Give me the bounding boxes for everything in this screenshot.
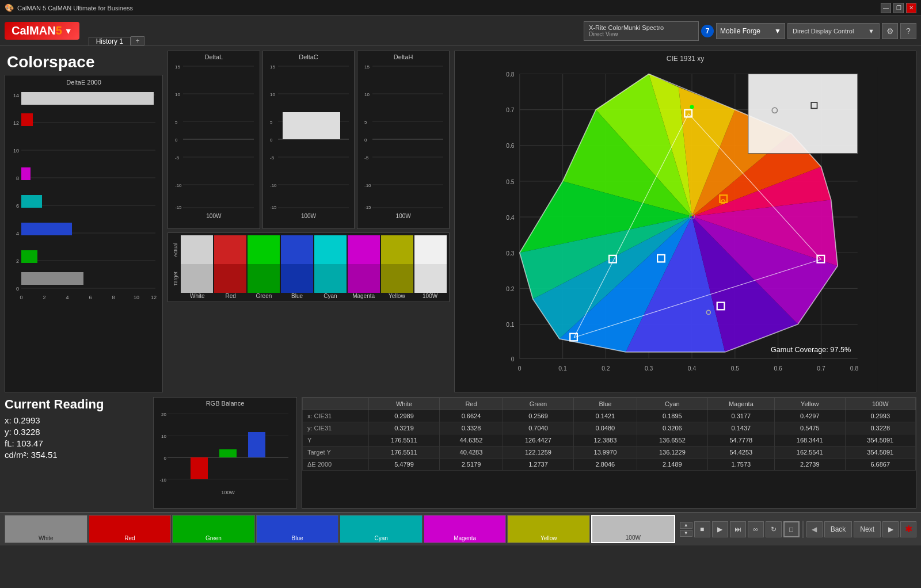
step-button[interactable]: ⏭: [730, 521, 746, 537]
bottom-swatch-white-label: White: [39, 535, 54, 541]
svg-text:2: 2: [43, 295, 45, 300]
delta-h-title: DeltaH: [360, 54, 447, 60]
dropdown-arrow: ▼: [774, 27, 781, 35]
scroll-up-button[interactable]: ▲: [680, 522, 692, 529]
tab-label: History 1: [96, 37, 123, 45]
table-header-magenta: Magenta: [707, 398, 774, 410]
svg-text:14: 14: [13, 93, 19, 98]
cell-ty-magenta: 54.4253: [707, 446, 774, 459]
next-arrow-button[interactable]: ▶: [882, 521, 899, 537]
bottom-swatch-magenta[interactable]: Magenta: [424, 515, 507, 543]
rgb-balance-title: RGB Balance: [156, 400, 294, 407]
refresh-button[interactable]: ↻: [766, 521, 782, 537]
cell-y-green: 0.7040: [503, 422, 573, 434]
swatch-red-target: [214, 264, 246, 293]
nav-controls-group: ▲ ▼: [680, 522, 692, 537]
row-label-Y: Y: [303, 434, 369, 446]
mobile-forge-dropdown[interactable]: Mobile Forge ▼: [716, 23, 785, 39]
svg-text:0.1: 0.1: [506, 322, 515, 328]
next-button[interactable]: Next: [854, 521, 881, 537]
tab-history1[interactable]: History 1: [89, 37, 131, 45]
svg-point-108: [690, 105, 694, 109]
device-sub: Direct View: [589, 31, 694, 37]
restore-button[interactable]: ❐: [893, 3, 904, 13]
tab-add-button[interactable]: +: [131, 36, 144, 45]
device-number[interactable]: 7: [701, 25, 714, 37]
svg-rect-22: [21, 272, 83, 285]
cell-de-yellow: 2.2739: [775, 459, 845, 471]
bottom-swatch-100w[interactable]: 100W: [591, 515, 675, 543]
cell-ty-red: 40.4283: [439, 446, 503, 459]
cell-y-cyan: 0.3206: [637, 422, 707, 434]
play-button[interactable]: ▶: [712, 521, 728, 537]
svg-text:0.6: 0.6: [506, 143, 515, 149]
app-icon: 🎨: [5, 3, 14, 12]
loop-button[interactable]: ∞: [748, 521, 764, 537]
cell-y-yellow: 0.5475: [775, 422, 845, 434]
swatch-name-100w: 100W: [413, 293, 447, 299]
swatch-green-actual: [248, 235, 280, 264]
settings-button[interactable]: ⚙: [882, 23, 898, 39]
table-header-blue: Blue: [573, 398, 637, 410]
swatch-white-target: [181, 264, 213, 293]
close-button[interactable]: ✕: [906, 3, 916, 13]
cell-x-green: 0.2569: [503, 410, 573, 422]
help-icon: ?: [906, 26, 911, 36]
bottom-swatch-yellow-label: Yellow: [541, 535, 557, 541]
reading-fl: fL: 103.47: [5, 438, 149, 448]
bottom-swatch-white[interactable]: White: [5, 515, 87, 543]
svg-text:0.4: 0.4: [688, 365, 697, 372]
logo-arrow: ▼: [64, 26, 73, 36]
bottom-swatch-green[interactable]: Green: [172, 515, 255, 543]
svg-text:6: 6: [16, 203, 19, 209]
svg-rect-17: [21, 113, 33, 126]
delta-h-label: 100W: [360, 213, 447, 219]
square-button[interactable]: □: [783, 521, 800, 537]
swatches-actual-row: Actual: [170, 235, 447, 264]
svg-rect-16: [21, 92, 154, 105]
svg-text:10: 10: [270, 92, 275, 97]
scroll-down-button[interactable]: ▼: [680, 530, 692, 537]
device-selector[interactable]: X-Rite ColorMunki Spectro Direct View: [584, 21, 699, 41]
bottom-swatch-red[interactable]: Red: [89, 515, 172, 543]
swatch-white-actual: [181, 235, 213, 264]
stop-button[interactable]: ■: [694, 521, 710, 537]
cell-x-yellow: 0.4297: [775, 410, 845, 422]
top-bar: CalMAN 5 ▼ History 1 + X-Rite ColorMunki…: [0, 16, 921, 46]
cell-Y-red: 44.6352: [439, 434, 503, 446]
bottom-swatch-cyan[interactable]: Cyan: [340, 515, 423, 543]
swatch-name-green: Green: [248, 293, 281, 299]
bottom-swatch-blue[interactable]: Blue: [256, 515, 339, 543]
right-toolbar: X-Rite ColorMunki Spectro Direct View 7 …: [584, 21, 921, 41]
table-row-x: x: CIE31 0.2989 0.6624 0.2569 0.1421 0.1…: [303, 410, 916, 422]
table-row-targety: Target Y 176.5511 40.4283 122.1259 13.99…: [303, 446, 916, 459]
svg-text:0.7: 0.7: [506, 107, 515, 113]
asterisk-button[interactable]: ✱: [900, 521, 916, 537]
current-reading-title: Current Reading: [5, 397, 149, 412]
svg-text:0.2: 0.2: [506, 286, 515, 292]
left-panel: Colorspace DeltaE 2000 14 12 10 8 6 4 2 …: [5, 51, 163, 392]
table-row-Y: Y 176.5511 44.6352 126.4427 12.3883 136.…: [303, 434, 916, 446]
svg-text:-10: -10: [175, 183, 182, 188]
swatch-100w-target: [414, 264, 447, 293]
swatch-blue-actual: [281, 235, 313, 264]
delta-c-label: 100W: [265, 213, 352, 219]
middle-panel: DeltaL 15 10 5 0 -5 -10 -15: [168, 51, 450, 392]
cie-svg: 0.8 0.7 0.6 0.5 0.4 0.3 0.2 0.1 0 0 0.1 …: [455, 67, 916, 392]
prev-arrow-button[interactable]: ◀: [806, 521, 823, 537]
minimize-button[interactable]: —: [881, 3, 891, 13]
cell-de-100w: 6.6867: [845, 459, 916, 471]
help-button[interactable]: ?: [900, 23, 916, 39]
bottom-swatch-green-label: Green: [205, 535, 222, 541]
svg-text:-10: -10: [159, 478, 166, 483]
svg-text:4: 4: [16, 231, 19, 236]
bottom-swatch-yellow[interactable]: Yellow: [507, 515, 590, 543]
swatch-cyan-actual: [314, 235, 347, 264]
back-button[interactable]: Back: [824, 521, 853, 537]
window-controls: — ❐ ✕: [881, 3, 916, 13]
deltae-svg: 14 12 10 8 6 4 2 0: [9, 89, 159, 302]
delta-c-title: DeltaC: [265, 54, 352, 60]
swatch-cyan-target: [314, 264, 347, 293]
display-control-button[interactable]: Direct Display Control ▼: [787, 23, 880, 39]
swatch-magenta-actual: [348, 235, 380, 264]
